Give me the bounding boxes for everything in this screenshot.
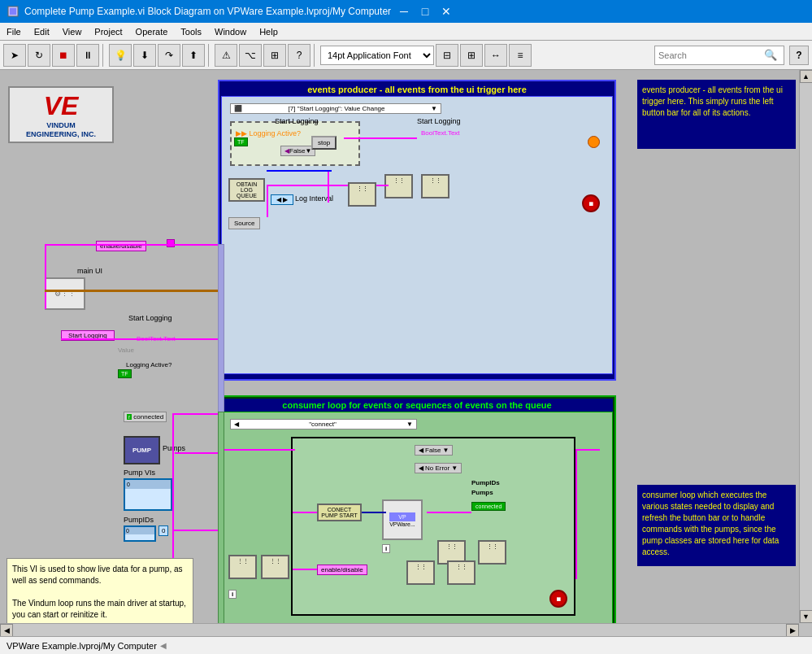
stop-button-ep[interactable]: stop [311, 136, 337, 150]
i-indicator-bottom: i [228, 590, 237, 599]
toolbar-reorder[interactable]: ≡ [509, 44, 532, 67]
seq-node-cl3[interactable]: ⋮⋮ [406, 560, 435, 585]
consumer-loop-inner: ◀ "connect" ▼ ◀ False ▼ ◀ No Error ▼ [221, 412, 613, 625]
menu-file[interactable]: File [0, 23, 28, 40]
wire-enable-v1 [45, 244, 46, 309]
seq-node-ep2[interactable]: ⋮⋮ [421, 174, 449, 198]
enable-disable-cl[interactable]: enable/disable [317, 565, 367, 575]
wire-connected-v1 [172, 413, 174, 560]
toolbar-step-out[interactable]: ⬆ [182, 44, 205, 67]
wire-cl-h2 [293, 569, 317, 570]
pump-vis-label: Pump VIs [124, 469, 155, 477]
menu-view[interactable]: View [56, 23, 89, 40]
events-producer-title: events producer - all events from the ui… [221, 83, 613, 96]
vindum-logo: VE VINDUMENGINEERING, INC. [8, 86, 114, 143]
no-error-dropdown[interactable]: ◀ No Error ▼ [415, 463, 462, 473]
connect-dropdown[interactable]: ◀ "connect" ▼ [230, 419, 417, 429]
toolbar-clean-diagram[interactable]: ⊞ [263, 44, 286, 67]
wire-left-to-ep-h1 [175, 244, 219, 246]
source-button[interactable]: Source [228, 217, 260, 229]
toolbar-run-continuous[interactable]: ↻ [28, 44, 50, 67]
menu-edit[interactable]: Edit [28, 23, 56, 40]
help-button[interactable]: ? [789, 46, 809, 65]
status-arrow: ◀ [160, 641, 167, 650]
seq-node-cl2[interactable]: ⋮⋮ [478, 540, 506, 565]
wire-left-to-ep-orange [175, 290, 219, 292]
wire-cl-outer-h1 [222, 449, 295, 451]
wire-cl-outer-v1 [575, 449, 577, 579]
inner-while-loop: ◀ False ▼ ◀ No Error ▼ PumpIDs Pumps [291, 437, 575, 616]
event-selector-dropdown[interactable]: ⬛ [7] "Start Logging": Value Change ▼ [230, 103, 441, 114]
menu-help[interactable]: Help [253, 23, 284, 40]
seq-node-cl4[interactable]: ⋮⋮ [447, 560, 475, 585]
pump-ids-array[interactable]: 0 [124, 525, 156, 542]
toolbar-retain-wire[interactable]: ⌥ [239, 44, 262, 67]
toolbar-pause[interactable]: ⏸ [76, 44, 99, 67]
toolbar: ➤ ↻ ⏹ ⏸ 💡 ⬇ ↷ ⬆ ⚠ ⌥ ⊞ ? 14pt Application… [0, 41, 812, 70]
log-interval-ctrl[interactable]: ◀▶ [271, 194, 293, 205]
enable-disable-ctrl[interactable]: enable/disable [96, 241, 146, 251]
connected-label: connected [133, 413, 163, 421]
obtain-log-queue[interactable]: OBTAINLOGQUEUE [228, 178, 265, 202]
seq-node-ep[interactable]: ⋮⋮ [384, 174, 413, 198]
logo-ve: VE [44, 91, 79, 121]
app-icon [7, 5, 20, 18]
events-producer-inner: ⬛ [7] "Start Logging": Value Change ▼ ▶▶… [221, 96, 613, 374]
toolbar-abort[interactable]: ⏹ [52, 44, 75, 67]
seq-node-ep3[interactable]: ⋮⋮ [348, 182, 376, 207]
toolbar-distribute[interactable]: ⊞ [460, 44, 483, 67]
start-logging-left-label: Start Logging [128, 314, 172, 322]
pump-vis-array[interactable]: 0 [124, 478, 172, 511]
menu-operate[interactable]: Operate [129, 23, 175, 40]
seq-node-cl-outer2[interactable]: ⋮⋮ [261, 555, 289, 579]
toolbar-warn[interactable]: ⚠ [215, 44, 237, 67]
menu-window[interactable]: Window [208, 23, 253, 40]
search-button[interactable]: 🔍 [761, 46, 780, 65]
stop-circle-cl: ⏹ [549, 590, 567, 608]
maximize-button[interactable]: □ [417, 3, 433, 20]
desc-line1: This VI is used to show live data for a … [12, 565, 183, 585]
toolbar-resize[interactable]: ↔ [484, 44, 507, 67]
search-box: 🔍 [654, 46, 784, 65]
toolbar-highlight[interactable]: 💡 [109, 44, 132, 67]
false-dropdown-cl[interactable]: ◀ False ▼ [415, 445, 453, 456]
toolbar-step-into[interactable]: ⬇ [133, 44, 156, 67]
wire-cl-outer-h2 [575, 449, 600, 451]
scroll-down-button[interactable]: ▼ [800, 610, 813, 623]
toolbar-run-arrow[interactable]: ➤ [3, 44, 26, 67]
events-info-box: events producer - all events from the ui… [637, 80, 796, 149]
main-ui-subvi[interactable]: ⚙⋮⋮ [45, 277, 85, 310]
seq-node-cl-outer1[interactable]: ⋮⋮ [228, 555, 257, 579]
scrollbar-bottom[interactable]: ◀ ▶ [0, 623, 799, 636]
toolbar-context-help[interactable]: ? [288, 44, 310, 67]
wire-left-to-cl-pumps [175, 452, 219, 454]
vpware-subvi[interactable]: VP VPWare... [382, 499, 423, 540]
scroll-right-button[interactable]: ▶ [786, 624, 799, 637]
wire-left-to-ep-h2 [175, 338, 219, 340]
wire-ep-v2 [267, 185, 268, 217]
title-bar: Complete Pump Example.vi Block Diagram o… [0, 0, 812, 23]
toolbar-step-over[interactable]: ↷ [158, 44, 180, 67]
wire-left-to-cl-pumpids [175, 530, 219, 531]
false-dropdown[interactable]: ◀ False ▼ [280, 146, 315, 156]
scrollbar-right[interactable]: ▲ ▼ [799, 70, 812, 623]
pump-ids-terminal: 0 [158, 525, 168, 536]
scroll-up-button[interactable]: ▲ [800, 70, 813, 83]
connected-ctrl[interactable]: r connected [124, 412, 167, 422]
scroll-track-bottom[interactable] [13, 624, 786, 636]
diagram-canvas[interactable]: VE VINDUMENGINEERING, INC. enable/disabl… [0, 70, 799, 636]
wire-ep-blue1 [267, 170, 332, 172]
toolbar-align[interactable]: ⊟ [436, 44, 458, 67]
close-button[interactable]: ✕ [438, 3, 454, 20]
scroll-track-right[interactable] [800, 83, 812, 610]
font-selector[interactable]: 14pt Application Font [320, 46, 434, 65]
menu-project[interactable]: Project [88, 23, 128, 40]
scroll-left-button[interactable]: ◀ [0, 624, 13, 637]
connect-pump-start-vi[interactable]: CONECT PUMP START [317, 504, 362, 521]
connected-inner-indicator: connected [471, 502, 506, 511]
search-input[interactable] [655, 50, 761, 60]
menu-tools[interactable]: Tools [174, 23, 208, 40]
start-logging-ep-label: Start Logging [275, 117, 319, 125]
minimize-button[interactable]: ─ [396, 3, 412, 20]
status-text: VPWare Example.lvproj/My Computer [7, 641, 157, 651]
